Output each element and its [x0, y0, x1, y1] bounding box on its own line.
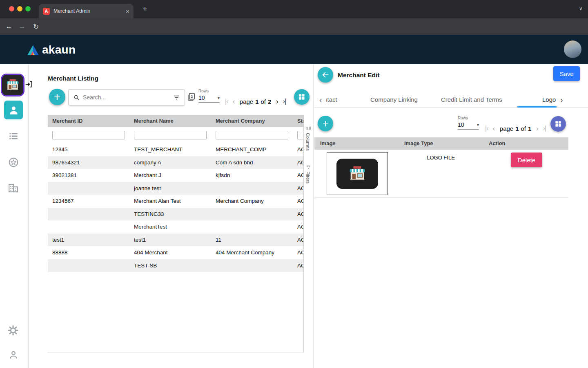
search-input[interactable] [83, 94, 173, 101]
tab-title: Merchant Admin [53, 8, 122, 14]
merchant-applet-badge[interactable] [1, 74, 24, 96]
table-row[interactable]: TESTING33 ACTIVE [48, 208, 303, 221]
first-page-button[interactable]: |‹ [485, 125, 488, 132]
col-header-image-type: Image Type [399, 137, 483, 150]
col-header-merchant-id: Merchant ID [48, 115, 129, 127]
table-row[interactable]: joanne test ACTIVE [48, 182, 303, 195]
edit-title: Merchant Edit [338, 72, 379, 79]
last-page-button[interactable]: ›| [283, 98, 286, 105]
storefront-icon [348, 164, 367, 183]
sidebar-item-favorites[interactable] [8, 157, 19, 168]
rows-select[interactable]: 10 ▾ [458, 121, 479, 130]
image-table-header-row: Image Image Type Action [314, 137, 568, 150]
brand-logo[interactable]: akaun [27, 43, 76, 56]
tab-search-chevron-icon[interactable]: ∨ [579, 5, 583, 11]
page-indicator: page 1 of 2 [240, 98, 272, 105]
next-page-button[interactable]: › [276, 97, 278, 106]
storefront-logo [336, 159, 378, 189]
filters-toggle[interactable]: Filters [305, 171, 310, 184]
back-button[interactable] [318, 67, 333, 83]
edit-tabs-bar: ‹ Contact Company Linking Credit Limit a… [314, 92, 588, 108]
listing-title: Merchant Listing [48, 75, 98, 82]
browser-back-icon[interactable]: ← [3, 18, 15, 35]
tab-logo[interactable]: Logo [542, 92, 556, 108]
browser-tab-strip: A Merchant Admin × + ∨ [0, 0, 588, 18]
tab-credit-limit-and-terms[interactable]: Credit Limit and Terms [441, 92, 502, 108]
image-type-value: LOGO FILE [399, 155, 483, 161]
layout-grid-button[interactable] [294, 89, 310, 105]
table-row[interactable]: 88888404 Merchant 404 Merchant CompanyAC… [48, 246, 303, 259]
brand-name: akaun [42, 43, 76, 56]
first-page-button[interactable]: |‹ [225, 98, 228, 105]
save-button[interactable]: Save [553, 66, 580, 81]
merchant-listing-panel: Merchant Listing + Rows 10 ▾ |‹ ‹ page 1… [47, 64, 312, 368]
table-header-row: Merchant ID Merchant Name Merchant Compa… [48, 115, 303, 127]
filter-list-icon[interactable] [173, 94, 180, 101]
browser-toolbar: ← → ↻ akaun.cloud/#/applets/wavelet/erp/… [0, 18, 588, 35]
filter-merchant-id-input[interactable] [52, 131, 125, 139]
new-tab-button[interactable]: + [140, 4, 150, 14]
pages-icon[interactable] [187, 92, 196, 101]
filters-funnel-icon[interactable] [306, 165, 311, 170]
table-row[interactable]: 987654321company A Com A sdn bhdACTIVE [48, 156, 303, 169]
filter-merchant-name-input[interactable] [134, 131, 207, 139]
zoom-window-button[interactable] [25, 6, 31, 11]
columns-grip-icon[interactable] [306, 126, 311, 131]
table-row[interactable]: 39021381Merchant J kjfsdnACTIVE [48, 169, 303, 182]
prev-page-button[interactable]: ‹ [492, 124, 495, 133]
add-image-button[interactable]: + [318, 116, 333, 131]
delete-button[interactable]: Delete [511, 153, 542, 167]
merchant-table: Merchant ID Merchant Name Merchant Compa… [48, 115, 303, 352]
filter-status-input[interactable] [297, 131, 303, 139]
add-merchant-button[interactable]: + [49, 89, 65, 105]
logo-image-thumbnail [327, 152, 388, 195]
browser-reload-icon[interactable]: ↻ [30, 18, 42, 35]
sidebar-item-organization[interactable] [7, 182, 19, 194]
rows-select[interactable]: 10 ▾ [198, 94, 220, 103]
tab-company-linking[interactable]: Company Linking [370, 92, 418, 108]
table-row[interactable]: 1234567Merchant Alan Test Merchant Compa… [48, 195, 303, 208]
browser-forward-icon[interactable]: → [16, 18, 28, 35]
next-page-button[interactable]: › [536, 124, 538, 133]
sidebar-settings-icon[interactable] [7, 325, 19, 336]
col-header-action: Action [483, 137, 568, 150]
app-header: akaun [0, 35, 588, 64]
user-avatar[interactable] [564, 40, 581, 58]
last-page-button[interactable]: ›| [543, 125, 546, 132]
browser-tab[interactable]: A Merchant Admin × [39, 4, 134, 18]
layout-grid-button[interactable] [550, 116, 566, 132]
grid-icon [298, 93, 306, 101]
tab-close-icon[interactable]: × [126, 8, 129, 15]
rows-per-page: Rows 10 ▾ [198, 89, 221, 103]
sidebar-item-list[interactable] [8, 131, 19, 141]
storefront-icon [5, 78, 20, 92]
sidebar-item-merchant[interactable] [4, 101, 23, 119]
rows-label: Rows [198, 89, 221, 93]
table-row[interactable]: test1test1 11ACTIVE [48, 233, 303, 247]
col-header-image: Image [314, 137, 399, 150]
columns-toggle[interactable]: Columns [305, 133, 310, 150]
table-row[interactable]: 12345TEST_MERCHANT MERCHANT_COMPACTIVE [48, 143, 303, 156]
panel-divider [313, 64, 314, 368]
rows-per-page: Rows 10 ▾ [458, 116, 481, 130]
minimize-window-button[interactable] [17, 6, 22, 11]
search-icon [73, 94, 80, 101]
page-indicator: page 1 of 1 [500, 125, 532, 132]
akaun-triangle-icon [27, 45, 39, 56]
table-row[interactable]: MerchantTest ACTIVE [48, 220, 303, 233]
filter-merchant-company-input[interactable] [216, 131, 288, 139]
tabs-scroll-right-icon[interactable]: › [560, 92, 563, 108]
prev-page-button[interactable]: ‹ [232, 97, 235, 106]
table-row[interactable]: TEST-SB ACTIVE [48, 259, 303, 272]
tab-contact[interactable]: Contact [326, 92, 337, 108]
rows-label: Rows [458, 116, 481, 120]
caret-down-icon: ▾ [477, 123, 479, 127]
enter-applet-icon[interactable] [25, 80, 33, 88]
sidebar-profile-icon[interactable] [8, 350, 19, 360]
close-window-button[interactable] [9, 6, 14, 11]
tabs-scroll-left-icon[interactable]: ‹ [319, 92, 322, 108]
grid-icon [554, 120, 562, 128]
tabs-viewport: Contact Company Linking Credit Limit and… [326, 92, 559, 108]
arrow-back-icon [321, 71, 330, 79]
edit-pagination: |‹ ‹ page 1 of 1 › ›| [485, 124, 546, 133]
